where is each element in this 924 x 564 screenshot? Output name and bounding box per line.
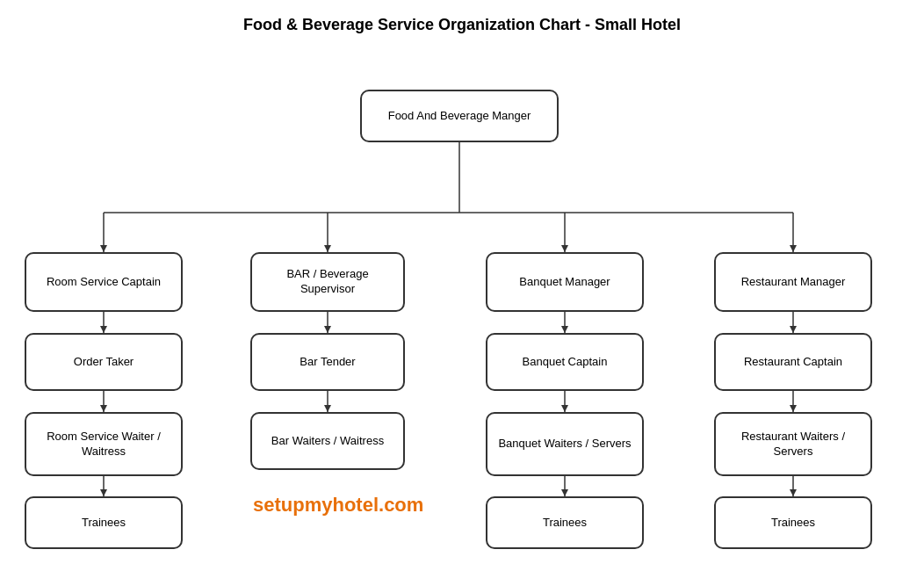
svg-marker-18 xyxy=(324,245,331,252)
svg-marker-22 xyxy=(100,405,107,412)
node-col1-1: Room Service Captain xyxy=(25,252,183,312)
node-col4-3: Restaurant Waiters / Servers xyxy=(714,412,872,476)
watermark: setupmyhotel.com xyxy=(253,494,423,517)
svg-marker-26 xyxy=(561,326,568,333)
node-col1-3: Room Service Waiter / Waitress xyxy=(25,412,183,476)
node-col3-3: Banquet Waiters / Servers xyxy=(486,412,644,476)
svg-marker-25 xyxy=(324,405,331,412)
svg-marker-29 xyxy=(790,326,797,333)
svg-marker-20 xyxy=(790,245,797,252)
chart-container: Food & Beverage Service Organization Cha… xyxy=(0,0,924,564)
node-col3-4: Trainees xyxy=(486,496,644,549)
svg-marker-21 xyxy=(100,326,107,333)
node-col2-1: BAR / Beverage Supervisor xyxy=(250,252,405,312)
svg-marker-31 xyxy=(790,489,797,496)
node-col3-1: Banquet Manager xyxy=(486,252,644,312)
svg-marker-30 xyxy=(790,405,797,412)
svg-marker-27 xyxy=(561,405,568,412)
node-col3-2: Banquet Captain xyxy=(486,333,644,391)
node-col4-1: Restaurant Manager xyxy=(714,252,872,312)
node-col1-4: Trainees xyxy=(25,496,183,549)
chart-title: Food & Beverage Service Organization Cha… xyxy=(9,9,915,34)
svg-marker-28 xyxy=(561,489,568,496)
node-col4-4: Trainees xyxy=(714,496,872,549)
org-chart: Food And Beverage Manger Room Service Ca… xyxy=(9,41,915,548)
node-col2-2: Bar Tender xyxy=(250,333,405,391)
svg-marker-17 xyxy=(100,245,107,252)
svg-marker-19 xyxy=(561,245,568,252)
svg-marker-23 xyxy=(100,489,107,496)
svg-marker-24 xyxy=(324,326,331,333)
node-root: Food And Beverage Manger xyxy=(360,90,559,142)
node-col1-2: Order Taker xyxy=(25,333,183,391)
node-col2-3: Bar Waiters / Waitress xyxy=(250,412,405,470)
node-col4-2: Restaurant Captain xyxy=(714,333,872,391)
